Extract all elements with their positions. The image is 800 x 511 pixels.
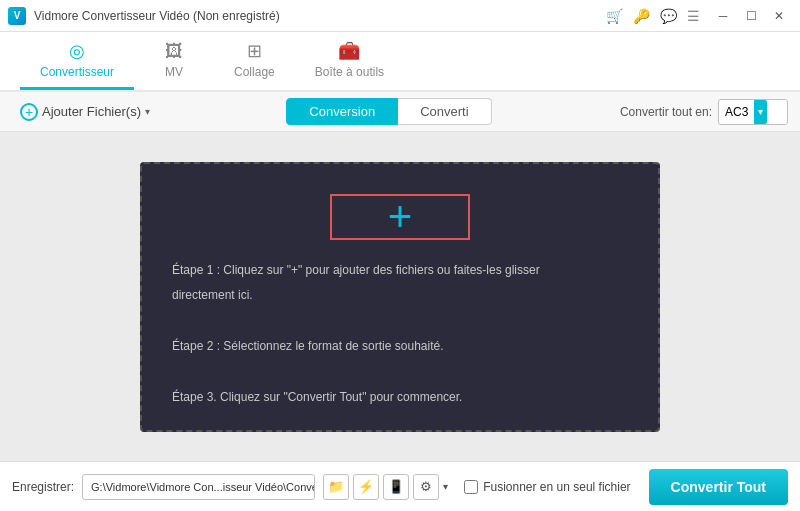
- drop-zone[interactable]: + Étape 1 : Cliquez sur "+" pour ajouter…: [140, 162, 660, 432]
- bottom-dropdown-arrow[interactable]: ▾: [443, 481, 448, 492]
- tab-pills: Conversion Converti: [158, 98, 620, 125]
- title-text: Vidmore Convertisseur Vidéo (Non enregis…: [34, 9, 280, 23]
- instruction-1: Étape 1 : Cliquez sur "+" pour ajouter d…: [172, 260, 628, 282]
- plus-icon: +: [388, 196, 413, 238]
- instruction-3: Étape 3. Cliquez sur "Convertir Tout" po…: [172, 387, 628, 409]
- chat-icon[interactable]: 💬: [660, 8, 677, 24]
- settings-icon-btn[interactable]: ⚡: [353, 474, 379, 500]
- maximize-button[interactable]: ☐: [738, 5, 764, 27]
- add-files-button[interactable]: + Ajouter Fichier(s) ▾: [12, 99, 158, 125]
- convert-all-button[interactable]: Convertir Tout: [649, 469, 788, 505]
- title-bar-controls: ─ ☐ ✕: [710, 5, 792, 27]
- gear-icon-btn[interactable]: ⚙: [413, 474, 439, 500]
- instruction-1b: directement ici.: [172, 285, 628, 307]
- format-select[interactable]: AC3 ▾: [718, 99, 788, 125]
- collage-icon: ⊞: [247, 40, 262, 62]
- add-icon: +: [20, 103, 38, 121]
- key-icon[interactable]: 🔑: [633, 8, 650, 24]
- tab-collage-label: Collage: [234, 65, 275, 79]
- tab-boite-label: Boîte à outils: [315, 65, 384, 79]
- title-bar: V Vidmore Convertisseur Vidéo (Non enreg…: [0, 0, 800, 32]
- save-path-text: G:\Vidmore\Vidmore Con...isseur Vidéo\Co…: [83, 481, 315, 493]
- bottom-icons: 📁 ⚡ 📱 ⚙ ▾: [323, 474, 448, 500]
- instructions: Étape 1 : Cliquez sur "+" pour ajouter d…: [172, 260, 628, 414]
- format-value: AC3: [725, 105, 748, 119]
- pill-conversion[interactable]: Conversion: [286, 98, 398, 125]
- tab-bar: ◎ Convertisseur 🖼 MV ⊞ Collage 🧰 Boîte à…: [0, 32, 800, 92]
- main-content: + Étape 1 : Cliquez sur "+" pour ajouter…: [0, 132, 800, 461]
- instruction-2: Étape 2 : Sélectionnez le format de sort…: [172, 336, 628, 358]
- boite-icon: 🧰: [338, 40, 360, 62]
- folder-icon-btn[interactable]: 📁: [323, 474, 349, 500]
- add-files-label: Ajouter Fichier(s): [42, 104, 141, 119]
- add-files-dropdown-arrow[interactable]: ▾: [145, 106, 150, 117]
- convert-all-label: Convertir tout en:: [620, 105, 712, 119]
- instruction-spacer1: [172, 311, 628, 333]
- merge-checkbox-area: Fusionner en un seul fichier: [464, 480, 630, 494]
- tab-mv[interactable]: 🖼 MV: [134, 35, 214, 90]
- tab-convertisseur[interactable]: ◎ Convertisseur: [20, 34, 134, 90]
- convertisseur-icon: ◎: [69, 40, 85, 62]
- merge-checkbox[interactable]: [464, 480, 478, 494]
- instruction-spacer2: [172, 362, 628, 384]
- cart-icon[interactable]: 🛒: [606, 8, 623, 24]
- format-dropdown-arrow[interactable]: ▾: [754, 100, 767, 124]
- save-label: Enregistrer:: [12, 480, 74, 494]
- title-bar-icons: 🛒 🔑 💬 ☰: [606, 8, 700, 24]
- tab-mv-label: MV: [165, 65, 183, 79]
- mv-icon: 🖼: [165, 41, 183, 62]
- pill-converti[interactable]: Converti: [398, 98, 491, 125]
- add-file-button[interactable]: +: [330, 194, 470, 240]
- tab-boite[interactable]: 🧰 Boîte à outils: [295, 34, 404, 90]
- save-path-box: G:\Vidmore\Vidmore Con...isseur Vidéo\Co…: [82, 474, 315, 500]
- devices-icon-btn[interactable]: 📱: [383, 474, 409, 500]
- bottom-bar: Enregistrer: G:\Vidmore\Vidmore Con...is…: [0, 461, 800, 511]
- minimize-button[interactable]: ─: [710, 5, 736, 27]
- tab-collage[interactable]: ⊞ Collage: [214, 34, 295, 90]
- close-button[interactable]: ✕: [766, 5, 792, 27]
- tab-convertisseur-label: Convertisseur: [40, 65, 114, 79]
- menu-icon[interactable]: ☰: [687, 8, 700, 24]
- sub-toolbar: + Ajouter Fichier(s) ▾ Conversion Conver…: [0, 92, 800, 132]
- merge-label[interactable]: Fusionner en un seul fichier: [483, 480, 630, 494]
- title-bar-left: V Vidmore Convertisseur Vidéo (Non enreg…: [8, 7, 280, 25]
- app-icon: V: [8, 7, 26, 25]
